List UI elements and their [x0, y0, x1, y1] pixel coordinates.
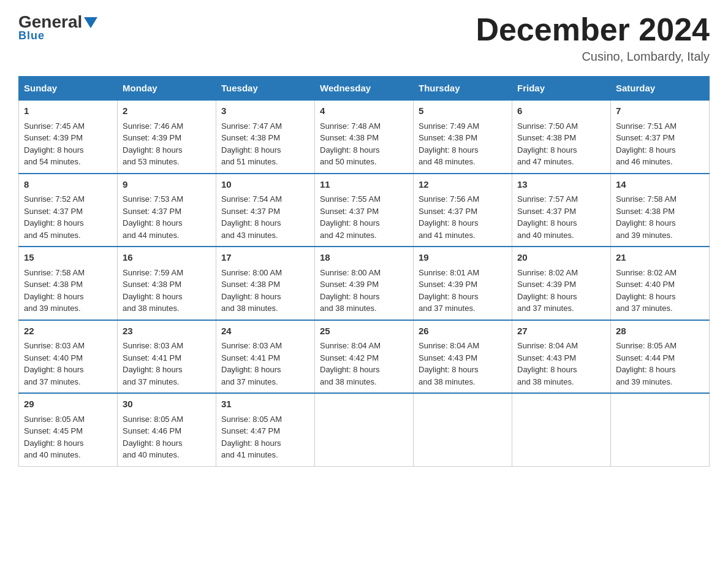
table-row: 20 Sunrise: 8:02 AMSunset: 4:39 PMDaylig… [512, 247, 611, 320]
calendar-week-row: 29 Sunrise: 8:05 AMSunset: 4:45 PMDaylig… [19, 393, 710, 466]
location-subtitle: Cusino, Lombardy, Italy [476, 50, 710, 64]
table-row: 29 Sunrise: 8:05 AMSunset: 4:45 PMDaylig… [19, 393, 118, 466]
table-row: 22 Sunrise: 8:03 AMSunset: 4:40 PMDaylig… [19, 320, 118, 394]
day-number: 27 [517, 324, 605, 339]
table-row: 7 Sunrise: 7:51 AMSunset: 4:37 PMDayligh… [611, 100, 710, 174]
day-info: Sunrise: 8:02 AMSunset: 4:39 PMDaylight:… [517, 268, 578, 313]
table-row: 15 Sunrise: 7:58 AMSunset: 4:38 PMDaylig… [19, 247, 118, 320]
day-number: 15 [24, 251, 112, 265]
day-info: Sunrise: 7:45 AMSunset: 4:39 PMDaylight:… [24, 121, 85, 167]
day-info: Sunrise: 7:51 AMSunset: 4:37 PMDaylight:… [616, 121, 677, 167]
day-number: 26 [419, 324, 507, 339]
day-info: Sunrise: 8:04 AMSunset: 4:43 PMDaylight:… [419, 341, 479, 386]
page-header: General Blue December 2024 Cusino, Lomba… [18, 12, 710, 64]
table-row: 25 Sunrise: 8:04 AMSunset: 4:42 PMDaylig… [315, 320, 414, 394]
header-sunday: Sunday [19, 77, 118, 101]
day-number: 9 [123, 178, 211, 192]
table-row: 8 Sunrise: 7:52 AMSunset: 4:37 PMDayligh… [19, 174, 118, 247]
table-row: 13 Sunrise: 7:57 AMSunset: 4:37 PMDaylig… [512, 174, 611, 247]
day-number: 2 [123, 104, 211, 118]
table-row: 14 Sunrise: 7:58 AMSunset: 4:38 PMDaylig… [611, 174, 710, 247]
logo: General Blue [18, 12, 97, 42]
table-row: 9 Sunrise: 7:53 AMSunset: 4:37 PMDayligh… [118, 174, 216, 247]
table-row: 16 Sunrise: 7:59 AMSunset: 4:38 PMDaylig… [118, 247, 216, 320]
day-info: Sunrise: 7:57 AMSunset: 4:37 PMDaylight:… [517, 194, 578, 240]
table-row [611, 393, 710, 466]
table-row: 28 Sunrise: 8:05 AMSunset: 4:44 PMDaylig… [611, 320, 710, 394]
table-row [315, 393, 414, 466]
day-number: 22 [24, 324, 112, 339]
day-number: 14 [616, 178, 704, 192]
table-row: 6 Sunrise: 7:50 AMSunset: 4:38 PMDayligh… [512, 100, 611, 174]
day-info: Sunrise: 8:01 AMSunset: 4:39 PMDaylight:… [419, 268, 479, 313]
header-wednesday: Wednesday [315, 77, 414, 101]
day-info: Sunrise: 7:56 AMSunset: 4:37 PMDaylight:… [419, 194, 479, 240]
day-number: 11 [320, 178, 408, 192]
day-info: Sunrise: 7:50 AMSunset: 4:38 PMDaylight:… [517, 121, 578, 167]
day-number: 19 [419, 251, 507, 265]
day-number: 17 [221, 251, 309, 265]
day-info: Sunrise: 8:00 AMSunset: 4:39 PMDaylight:… [320, 268, 381, 313]
day-info: Sunrise: 8:03 AMSunset: 4:41 PMDaylight:… [123, 341, 183, 386]
table-row: 1 Sunrise: 7:45 AMSunset: 4:39 PMDayligh… [19, 100, 118, 174]
table-row: 31 Sunrise: 8:05 AMSunset: 4:47 PMDaylig… [216, 393, 315, 466]
day-info: Sunrise: 8:05 AMSunset: 4:44 PMDaylight:… [616, 341, 677, 386]
day-info: Sunrise: 7:58 AMSunset: 4:38 PMDaylight:… [24, 268, 85, 313]
day-number: 10 [221, 178, 309, 192]
day-info: Sunrise: 8:04 AMSunset: 4:43 PMDaylight:… [517, 341, 578, 386]
table-row [414, 393, 512, 466]
calendar-header-row: Sunday Monday Tuesday Wednesday Thursday… [19, 77, 710, 101]
day-info: Sunrise: 7:46 AMSunset: 4:39 PMDaylight:… [123, 121, 183, 167]
day-number: 25 [320, 324, 408, 339]
day-info: Sunrise: 7:49 AMSunset: 4:38 PMDaylight:… [419, 121, 479, 167]
day-number: 29 [24, 397, 112, 412]
day-info: Sunrise: 8:00 AMSunset: 4:38 PMDaylight:… [221, 268, 282, 313]
calendar-week-row: 22 Sunrise: 8:03 AMSunset: 4:40 PMDaylig… [19, 320, 710, 394]
logo-blue: Blue [18, 29, 45, 42]
header-saturday: Saturday [611, 77, 710, 101]
day-info: Sunrise: 7:53 AMSunset: 4:37 PMDaylight:… [123, 194, 183, 240]
day-number: 12 [419, 178, 507, 192]
day-number: 1 [24, 104, 112, 118]
calendar-table: Sunday Monday Tuesday Wednesday Thursday… [18, 76, 710, 467]
day-number: 16 [123, 251, 211, 265]
calendar-week-row: 1 Sunrise: 7:45 AMSunset: 4:39 PMDayligh… [19, 100, 710, 174]
day-number: 3 [221, 104, 309, 118]
table-row: 23 Sunrise: 8:03 AMSunset: 4:41 PMDaylig… [118, 320, 216, 394]
table-row: 3 Sunrise: 7:47 AMSunset: 4:38 PMDayligh… [216, 100, 315, 174]
table-row [512, 393, 611, 466]
table-row: 27 Sunrise: 8:04 AMSunset: 4:43 PMDaylig… [512, 320, 611, 394]
table-row: 11 Sunrise: 7:55 AMSunset: 4:37 PMDaylig… [315, 174, 414, 247]
day-number: 21 [616, 251, 704, 265]
day-number: 6 [517, 104, 605, 118]
day-number: 24 [221, 324, 309, 339]
header-friday: Friday [512, 77, 611, 101]
day-number: 7 [616, 104, 704, 118]
logo-triangle-icon [84, 17, 97, 28]
table-row: 18 Sunrise: 8:00 AMSunset: 4:39 PMDaylig… [315, 247, 414, 320]
day-info: Sunrise: 7:48 AMSunset: 4:38 PMDaylight:… [320, 121, 381, 167]
day-info: Sunrise: 8:05 AMSunset: 4:47 PMDaylight:… [221, 415, 282, 460]
header-monday: Monday [118, 77, 216, 101]
table-row: 30 Sunrise: 8:05 AMSunset: 4:46 PMDaylig… [118, 393, 216, 466]
day-number: 5 [419, 104, 507, 118]
day-info: Sunrise: 7:58 AMSunset: 4:38 PMDaylight:… [616, 194, 677, 240]
day-info: Sunrise: 7:55 AMSunset: 4:37 PMDaylight:… [320, 194, 381, 240]
day-info: Sunrise: 7:59 AMSunset: 4:38 PMDaylight:… [123, 268, 183, 313]
table-row: 19 Sunrise: 8:01 AMSunset: 4:39 PMDaylig… [414, 247, 512, 320]
day-number: 23 [123, 324, 211, 339]
day-info: Sunrise: 8:02 AMSunset: 4:40 PMDaylight:… [616, 268, 677, 313]
table-row: 21 Sunrise: 8:02 AMSunset: 4:40 PMDaylig… [611, 247, 710, 320]
day-number: 13 [517, 178, 605, 192]
table-row: 10 Sunrise: 7:54 AMSunset: 4:37 PMDaylig… [216, 174, 315, 247]
day-info: Sunrise: 8:05 AMSunset: 4:46 PMDaylight:… [123, 415, 183, 460]
table-row: 12 Sunrise: 7:56 AMSunset: 4:37 PMDaylig… [414, 174, 512, 247]
day-info: Sunrise: 7:54 AMSunset: 4:37 PMDaylight:… [221, 194, 282, 240]
svg-marker-0 [84, 17, 97, 28]
day-info: Sunrise: 8:03 AMSunset: 4:41 PMDaylight:… [221, 341, 282, 386]
title-area: December 2024 Cusino, Lombardy, Italy [476, 12, 710, 64]
month-year-title: December 2024 [476, 12, 710, 47]
table-row: 4 Sunrise: 7:48 AMSunset: 4:38 PMDayligh… [315, 100, 414, 174]
table-row: 2 Sunrise: 7:46 AMSunset: 4:39 PMDayligh… [118, 100, 216, 174]
table-row: 17 Sunrise: 8:00 AMSunset: 4:38 PMDaylig… [216, 247, 315, 320]
